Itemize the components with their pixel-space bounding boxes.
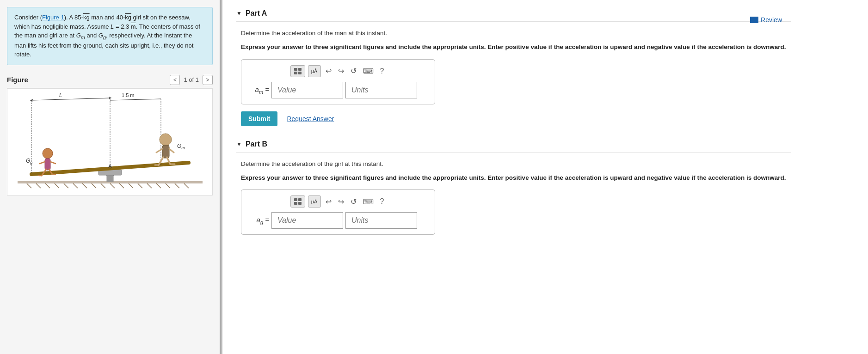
part-b-grid-btn[interactable] (290, 195, 305, 208)
svg-line-4 (55, 183, 59, 188)
part-b-mu-btn[interactable]: μÅ (308, 195, 321, 208)
svg-line-6 (73, 183, 78, 188)
kg1-label: kg (83, 14, 90, 21)
part-b-input-row: ag = (248, 212, 428, 229)
part-b-keyboard-btn[interactable]: ⌨ (361, 196, 376, 207)
part-b-title: Part B (246, 140, 267, 148)
part-a-undo-btn[interactable]: ↩ (324, 66, 333, 76)
part-a-bold-instruction: Express your answer to three significant… (241, 43, 791, 52)
svg-line-38 (50, 162, 55, 164)
part-a-redo-btn[interactable]: ↪ (336, 66, 346, 76)
figure-nav: < 1 of 1 > (170, 75, 213, 85)
part-b-value-input[interactable] (271, 212, 343, 229)
svg-rect-52 (298, 72, 302, 74)
part-b-answer-box: μÅ ↩ ↪ ↺ ⌨ ? ag = (241, 189, 435, 235)
part-a-body: Determine the acceleration of the man at… (236, 29, 791, 126)
svg-line-25 (110, 99, 161, 100)
part-b-body: Determine the acceleration of the girl a… (236, 159, 791, 235)
svg-rect-50 (298, 68, 302, 71)
svg-line-7 (82, 183, 87, 188)
figure-section: Figure < 1 of 1 > (7, 72, 213, 347)
svg-line-23 (31, 98, 110, 100)
right-panel-inner: Review ▼ Part A Determine the accelerati… (236, 9, 791, 235)
part-b-undo-btn[interactable]: ↩ (324, 196, 333, 207)
part-b-bold-instruction: Express your answer to three significant… (241, 173, 791, 183)
figure-link[interactable]: Figure 1 (42, 14, 64, 21)
svg-rect-21 (107, 175, 113, 182)
part-a-action-row: Submit Request Answer (241, 111, 791, 126)
grid-icon-b (294, 198, 302, 205)
figure-title: Figure (7, 76, 28, 84)
mu-icon: μÅ (311, 68, 318, 74)
part-b-toolbar: μÅ ↩ ↪ ↺ ⌨ ? (248, 195, 428, 208)
svg-rect-54 (298, 198, 302, 201)
svg-line-18 (184, 183, 189, 188)
figure-next-btn[interactable]: > (203, 75, 213, 85)
svg-text:L: L (59, 92, 62, 98)
part-b-instruction: Determine the acceleration of the girl a… (241, 159, 791, 169)
right-panel: Review ▼ Part A Determine the accelerati… (222, 0, 868, 354)
figure-header: Figure < 1 of 1 > (7, 72, 213, 88)
svg-line-1 (27, 183, 31, 188)
review-label: Review (761, 16, 782, 24)
svg-line-5 (64, 183, 68, 188)
part-a-collapse[interactable]: ▼ (236, 10, 242, 17)
svg-point-40 (160, 134, 172, 146)
left-panel: Consider (Figure 1). A 85-kg man and 40-… (0, 0, 221, 354)
part-b-help-btn[interactable]: ? (378, 196, 386, 207)
svg-rect-32 (45, 159, 50, 170)
part-b-units-input[interactable] (345, 212, 417, 229)
part-b-redo-btn[interactable]: ↪ (336, 196, 346, 207)
svg-text:Gm: Gm (177, 143, 185, 150)
kg2-label: kg (125, 14, 131, 21)
figure-prev-btn[interactable]: < (170, 75, 180, 85)
part-a-equation-label: am = (248, 85, 269, 95)
svg-rect-53 (294, 198, 297, 201)
part-b-section: ▼ Part B Determine the acceleration of t… (236, 140, 791, 235)
part-a-keyboard-btn[interactable]: ⌨ (361, 66, 376, 76)
figure-page: 1 of 1 (184, 76, 199, 83)
problem-text-box: Consider (Figure 1). A 85-kg man and 40-… (7, 7, 213, 65)
svg-line-37 (40, 162, 45, 164)
svg-line-17 (175, 183, 179, 188)
gg-label: Gg (98, 32, 106, 39)
part-b-header: ▼ Part B (236, 140, 791, 153)
part-a-value-input[interactable] (271, 82, 343, 98)
svg-point-31 (43, 148, 53, 159)
svg-text:1.5 m: 1.5 m (122, 92, 135, 98)
svg-line-10 (110, 183, 115, 188)
part-a-submit-btn[interactable]: Submit (241, 111, 277, 126)
svg-rect-49 (294, 68, 297, 71)
svg-rect-56 (298, 202, 302, 205)
svg-line-12 (129, 183, 133, 188)
part-a-toolbar: μÅ ↩ ↪ ↺ ⌨ ? (248, 65, 428, 77)
equals-sign: = 2.3 (114, 23, 131, 30)
svg-line-46 (156, 149, 162, 153)
svg-line-2 (36, 183, 41, 188)
part-b-equation-label: ag = (248, 216, 269, 225)
figure-image: L 1.5 m (7, 88, 213, 195)
part-a-help-btn[interactable]: ? (378, 66, 386, 76)
part-a-request-answer[interactable]: Request Answer (287, 115, 334, 122)
part-a-section: ▼ Part A Determine the acceleration of t… (236, 9, 791, 126)
seesaw-diagram: L 1.5 m (18, 89, 203, 195)
part-a-units-input[interactable] (345, 82, 417, 98)
svg-rect-55 (294, 202, 297, 205)
svg-rect-51 (294, 72, 297, 74)
svg-line-47 (169, 149, 174, 153)
part-a-answer-box: μÅ ↩ ↪ ↺ ⌨ ? am = (241, 59, 435, 104)
part-a-mu-btn[interactable]: μÅ (308, 65, 321, 77)
part-b-collapse[interactable]: ▼ (236, 141, 242, 147)
review-button[interactable]: Review (750, 16, 782, 24)
m-var: m (131, 23, 136, 30)
grid-icon (294, 67, 302, 75)
part-a-refresh-btn[interactable]: ↺ (349, 66, 358, 76)
part-a-header: ▼ Part A (236, 9, 791, 22)
part-b-refresh-btn[interactable]: ↺ (349, 196, 358, 207)
svg-line-3 (45, 183, 50, 188)
part-a-grid-btn[interactable] (290, 65, 305, 77)
part-a-input-row: am = (248, 82, 428, 98)
part-a-title: Part A (246, 9, 267, 18)
svg-line-9 (101, 183, 105, 188)
gm-label: Gm (76, 32, 85, 39)
